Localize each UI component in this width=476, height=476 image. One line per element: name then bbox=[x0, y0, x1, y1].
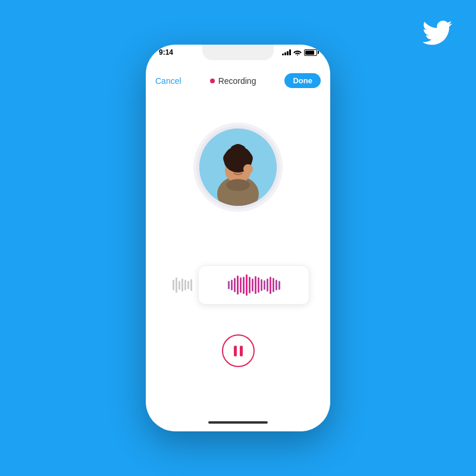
avatar bbox=[199, 129, 277, 206]
waveform-section bbox=[167, 265, 309, 305]
pause-section bbox=[222, 334, 255, 367]
waveform-bar bbox=[264, 280, 265, 290]
waveform-left-bar bbox=[181, 278, 183, 292]
done-button[interactable]: Done bbox=[284, 73, 321, 88]
recording-status: Recording bbox=[210, 76, 256, 86]
svg-point-10 bbox=[236, 145, 246, 155]
waveform-left-bar bbox=[178, 281, 180, 290]
pause-bar-right bbox=[240, 346, 243, 356]
pause-bar-left bbox=[234, 346, 237, 356]
waveform-bar bbox=[278, 281, 280, 290]
avatar-section bbox=[199, 129, 277, 206]
waveform-bar bbox=[275, 280, 277, 291]
svg-point-11 bbox=[243, 164, 253, 174]
waveform-bar bbox=[240, 277, 242, 293]
waveform-left-bar bbox=[190, 279, 192, 292]
svg-point-12 bbox=[226, 179, 250, 191]
waveform-bar bbox=[243, 277, 245, 294]
waveform-bar bbox=[228, 281, 230, 289]
twitter-bird-icon bbox=[422, 18, 452, 48]
waveform-left-bar bbox=[187, 281, 189, 289]
waveform-left-bar bbox=[176, 277, 177, 293]
notch-inner bbox=[202, 45, 274, 60]
status-time: 9:14 bbox=[159, 48, 173, 57]
waveform-bar bbox=[258, 277, 259, 293]
phone-content bbox=[146, 93, 330, 414]
nav-bar: Cancel Recording Done bbox=[146, 68, 330, 93]
waveform-bar bbox=[273, 278, 274, 292]
waveform-bar bbox=[252, 278, 253, 292]
waveform-box bbox=[198, 265, 309, 305]
battery-fill bbox=[305, 51, 314, 55]
waveform-bar bbox=[267, 278, 268, 292]
home-indicator bbox=[146, 414, 330, 431]
pause-button[interactable] bbox=[222, 334, 255, 367]
waveform-bar bbox=[249, 277, 250, 293]
user-avatar-icon bbox=[199, 129, 277, 206]
pause-icon bbox=[234, 346, 243, 356]
waveform-bar bbox=[261, 279, 262, 291]
wifi-icon bbox=[293, 49, 302, 56]
recording-label: Recording bbox=[218, 76, 256, 86]
home-bar bbox=[208, 421, 268, 424]
phone-frame: 9:14 Cancel Recording Done bbox=[146, 45, 330, 431]
cancel-button[interactable]: Cancel bbox=[155, 76, 181, 86]
battery-icon bbox=[304, 49, 317, 56]
waveform-bar bbox=[246, 274, 248, 296]
waveform-bar bbox=[237, 275, 239, 295]
status-icons bbox=[282, 49, 317, 56]
recording-dot-icon bbox=[210, 79, 215, 83]
signal-bars-icon bbox=[282, 49, 291, 55]
notch bbox=[202, 45, 274, 60]
waveform-bar bbox=[255, 276, 256, 295]
waveform-left-bar bbox=[184, 280, 186, 291]
waveform-left bbox=[167, 269, 198, 301]
waveform-bar bbox=[231, 280, 233, 291]
waveform-left-bar bbox=[173, 280, 174, 291]
waveform-bar bbox=[270, 277, 271, 294]
waveform-bar bbox=[234, 278, 236, 292]
